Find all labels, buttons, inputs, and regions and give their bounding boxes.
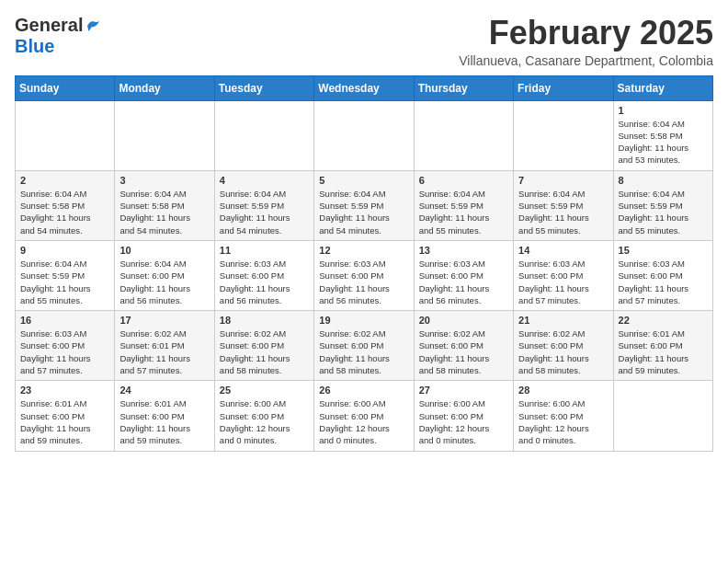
day-number: 11 xyxy=(220,245,309,256)
day-number: 10 xyxy=(119,245,209,256)
calendar-cell: 19Sunrise: 6:02 AM Sunset: 6:00 PM Dayli… xyxy=(314,311,414,381)
day-info: Sunrise: 6:01 AM Sunset: 6:00 PM Dayligh… xyxy=(619,327,708,376)
day-info: Sunrise: 6:04 AM Sunset: 5:58 PM Dayligh… xyxy=(119,188,209,236)
day-info: Sunrise: 6:04 AM Sunset: 5:58 PM Dayligh… xyxy=(619,118,708,167)
logo-bird-icon xyxy=(85,17,101,34)
day-number: 20 xyxy=(419,315,508,326)
calendar-cell: 23Sunrise: 6:01 AM Sunset: 6:00 PM Dayli… xyxy=(16,381,115,451)
day-number: 27 xyxy=(419,385,508,396)
logo-general-text: General xyxy=(15,15,83,36)
calendar-cell: 7Sunrise: 6:04 AM Sunset: 5:59 PM Daylig… xyxy=(514,170,613,240)
calendar-cell xyxy=(414,100,513,170)
calendar-cell: 4Sunrise: 6:04 AM Sunset: 5:59 PM Daylig… xyxy=(214,170,313,240)
day-number: 28 xyxy=(518,385,608,396)
day-info: Sunrise: 6:03 AM Sunset: 6:00 PM Dayligh… xyxy=(220,258,309,306)
day-number: 24 xyxy=(119,385,209,396)
calendar-header-row: SundayMondayTuesdayWednesdayThursdayFrid… xyxy=(16,75,713,100)
day-info: Sunrise: 6:00 AM Sunset: 6:00 PM Dayligh… xyxy=(419,397,508,446)
calendar-cell: 9Sunrise: 6:04 AM Sunset: 5:59 PM Daylig… xyxy=(16,240,115,310)
calendar-week-row: 9Sunrise: 6:04 AM Sunset: 5:59 PM Daylig… xyxy=(16,240,713,310)
day-info: Sunrise: 6:00 AM Sunset: 6:00 PM Dayligh… xyxy=(220,397,309,446)
day-info: Sunrise: 6:03 AM Sunset: 6:00 PM Dayligh… xyxy=(419,258,508,306)
day-number: 23 xyxy=(20,385,109,396)
day-info: Sunrise: 6:01 AM Sunset: 6:00 PM Dayligh… xyxy=(119,397,209,446)
day-number: 4 xyxy=(220,175,309,186)
calendar-cell: 12Sunrise: 6:03 AM Sunset: 6:00 PM Dayli… xyxy=(314,240,414,310)
day-number: 25 xyxy=(220,385,309,396)
calendar-cell: 11Sunrise: 6:03 AM Sunset: 6:00 PM Dayli… xyxy=(214,240,313,310)
day-number: 3 xyxy=(119,175,209,186)
day-number: 26 xyxy=(319,385,408,396)
calendar-header-saturday: Saturday xyxy=(613,75,712,100)
day-info: Sunrise: 6:00 AM Sunset: 6:00 PM Dayligh… xyxy=(319,397,408,446)
day-info: Sunrise: 6:04 AM Sunset: 5:59 PM Dayligh… xyxy=(619,188,708,236)
calendar-cell: 15Sunrise: 6:03 AM Sunset: 6:00 PM Dayli… xyxy=(613,240,712,310)
calendar-week-row: 1Sunrise: 6:04 AM Sunset: 5:58 PM Daylig… xyxy=(16,100,713,170)
header-section: General Blue February 2025 Villanueva, C… xyxy=(15,15,713,68)
day-info: Sunrise: 6:04 AM Sunset: 5:59 PM Dayligh… xyxy=(319,188,408,236)
calendar-header-tuesday: Tuesday xyxy=(214,75,313,100)
day-number: 8 xyxy=(619,175,708,186)
title-section: February 2025 Villanueva, Casanare Depar… xyxy=(459,15,713,68)
day-number: 22 xyxy=(619,315,708,326)
calendar-cell: 14Sunrise: 6:03 AM Sunset: 6:00 PM Dayli… xyxy=(514,240,613,310)
day-number: 13 xyxy=(419,245,508,256)
calendar-cell: 16Sunrise: 6:03 AM Sunset: 6:00 PM Dayli… xyxy=(16,311,115,381)
day-number: 21 xyxy=(518,315,608,326)
day-info: Sunrise: 6:04 AM Sunset: 5:59 PM Dayligh… xyxy=(419,188,508,236)
day-number: 5 xyxy=(319,175,408,186)
calendar-cell xyxy=(115,100,214,170)
calendar-cell: 3Sunrise: 6:04 AM Sunset: 5:58 PM Daylig… xyxy=(115,170,214,240)
day-info: Sunrise: 6:00 AM Sunset: 6:00 PM Dayligh… xyxy=(518,397,608,446)
day-info: Sunrise: 6:03 AM Sunset: 6:00 PM Dayligh… xyxy=(619,258,708,306)
calendar-cell: 17Sunrise: 6:02 AM Sunset: 6:01 PM Dayli… xyxy=(115,311,214,381)
calendar-table: SundayMondayTuesdayWednesdayThursdayFrid… xyxy=(15,75,713,452)
day-info: Sunrise: 6:02 AM Sunset: 6:00 PM Dayligh… xyxy=(419,327,508,376)
logo-blue-text: Blue xyxy=(15,36,54,57)
day-info: Sunrise: 6:04 AM Sunset: 5:59 PM Dayligh… xyxy=(20,258,109,306)
calendar-cell: 13Sunrise: 6:03 AM Sunset: 6:00 PM Dayli… xyxy=(414,240,513,310)
day-info: Sunrise: 6:03 AM Sunset: 6:00 PM Dayligh… xyxy=(319,258,408,306)
calendar-cell: 5Sunrise: 6:04 AM Sunset: 5:59 PM Daylig… xyxy=(314,170,414,240)
day-number: 19 xyxy=(319,315,408,326)
day-number: 9 xyxy=(20,245,109,256)
day-info: Sunrise: 6:04 AM Sunset: 5:59 PM Dayligh… xyxy=(220,188,309,236)
day-number: 7 xyxy=(518,175,608,186)
calendar-cell: 8Sunrise: 6:04 AM Sunset: 5:59 PM Daylig… xyxy=(613,170,712,240)
calendar-cell xyxy=(314,100,414,170)
day-number: 15 xyxy=(619,245,708,256)
calendar-cell: 10Sunrise: 6:04 AM Sunset: 6:00 PM Dayli… xyxy=(115,240,214,310)
calendar-cell: 21Sunrise: 6:02 AM Sunset: 6:00 PM Dayli… xyxy=(514,311,613,381)
calendar-cell xyxy=(514,100,613,170)
day-number: 12 xyxy=(319,245,408,256)
day-number: 14 xyxy=(518,245,608,256)
day-number: 2 xyxy=(20,175,109,186)
calendar-header-friday: Friday xyxy=(514,75,613,100)
calendar-cell: 20Sunrise: 6:02 AM Sunset: 6:00 PM Dayli… xyxy=(414,311,513,381)
logo: General Blue xyxy=(15,15,101,57)
calendar-cell: 24Sunrise: 6:01 AM Sunset: 6:00 PM Dayli… xyxy=(115,381,214,451)
day-info: Sunrise: 6:01 AM Sunset: 6:00 PM Dayligh… xyxy=(20,397,109,446)
calendar-cell: 25Sunrise: 6:00 AM Sunset: 6:00 PM Dayli… xyxy=(214,381,313,451)
calendar-week-row: 2Sunrise: 6:04 AM Sunset: 5:58 PM Daylig… xyxy=(16,170,713,240)
calendar-cell: 2Sunrise: 6:04 AM Sunset: 5:58 PM Daylig… xyxy=(16,170,115,240)
day-number: 18 xyxy=(220,315,309,326)
calendar-cell: 22Sunrise: 6:01 AM Sunset: 6:00 PM Dayli… xyxy=(613,311,712,381)
location-subtitle: Villanueva, Casanare Department, Colombi… xyxy=(459,53,713,68)
day-info: Sunrise: 6:02 AM Sunset: 6:01 PM Dayligh… xyxy=(119,327,209,376)
day-info: Sunrise: 6:02 AM Sunset: 6:00 PM Dayligh… xyxy=(220,327,309,376)
calendar-cell: 1Sunrise: 6:04 AM Sunset: 5:58 PM Daylig… xyxy=(613,100,712,170)
calendar-week-row: 16Sunrise: 6:03 AM Sunset: 6:00 PM Dayli… xyxy=(16,311,713,381)
calendar-header-wednesday: Wednesday xyxy=(314,75,414,100)
day-info: Sunrise: 6:02 AM Sunset: 6:00 PM Dayligh… xyxy=(518,327,608,376)
calendar-cell: 18Sunrise: 6:02 AM Sunset: 6:00 PM Dayli… xyxy=(214,311,313,381)
day-info: Sunrise: 6:04 AM Sunset: 5:58 PM Dayligh… xyxy=(20,188,109,236)
day-info: Sunrise: 6:04 AM Sunset: 5:59 PM Dayligh… xyxy=(518,188,608,236)
day-info: Sunrise: 6:03 AM Sunset: 6:00 PM Dayligh… xyxy=(518,258,608,306)
calendar-header-thursday: Thursday xyxy=(414,75,513,100)
month-title: February 2025 xyxy=(459,15,713,52)
calendar-cell: 27Sunrise: 6:00 AM Sunset: 6:00 PM Dayli… xyxy=(414,381,513,451)
day-info: Sunrise: 6:02 AM Sunset: 6:00 PM Dayligh… xyxy=(319,327,408,376)
day-number: 16 xyxy=(20,315,109,326)
calendar-cell xyxy=(214,100,313,170)
